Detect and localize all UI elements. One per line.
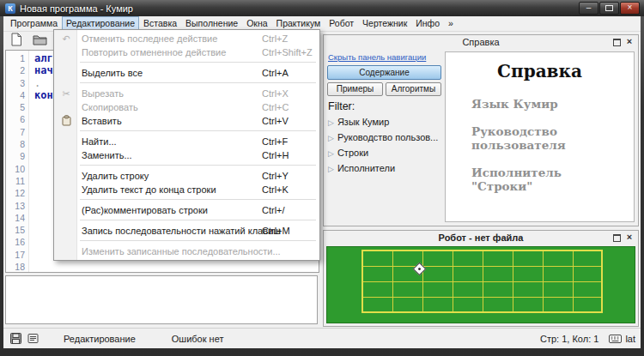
keyboard-icon	[609, 335, 622, 343]
menu-item-delete-line[interactable]: Удалить строку Ctrl+Y	[54, 169, 319, 183]
menu-item-edit-macros: Изменить записанные последовательности..…	[54, 244, 319, 258]
open-file-button[interactable]	[29, 32, 50, 51]
status-cursor-position: Стр: 1, Кол: 1	[540, 334, 598, 344]
menu-item-shortcut: Ctrl+/	[262, 203, 285, 217]
line-number: 11	[6, 175, 25, 187]
close-icon: ×	[628, 3, 633, 12]
help-content-heading: Справка	[446, 61, 634, 81]
help-navigation: Скрыть панель навигации Содержание Приме…	[327, 51, 441, 222]
undock-icon	[613, 234, 621, 242]
line-number: 18	[6, 261, 25, 273]
help-tree: ▷Язык Кумир ▷Руководство пользов... ▷Стр…	[327, 115, 441, 177]
output-console[interactable]	[5, 275, 318, 324]
help-panel-title: Справка	[462, 37, 499, 47]
save-status-button[interactable]	[9, 332, 22, 346]
help-link-ispolnitel-stroki[interactable]: Исполнитель "Строки"	[471, 166, 600, 193]
tree-item-ispolniteli[interactable]: ▷Исполнители	[327, 161, 441, 177]
close-button[interactable]: ×	[620, 2, 640, 15]
menu-item-delete-to-eol[interactable]: Удалить текст до конца строки Ctrl+K	[54, 183, 319, 196]
menu-item-label: Удалить текст до конца строки	[82, 184, 216, 195]
undock-icon	[613, 39, 621, 46]
menu-item-label: Удалить строку	[82, 171, 149, 181]
line-number: 6	[6, 113, 25, 125]
code-line: кон	[34, 89, 53, 101]
menu-item-shortcut: Ctrl+Y	[262, 169, 289, 183]
tree-item-rukovodstvo[interactable]: ▷Руководство пользов...	[327, 130, 441, 146]
help-link-rukovodstvo[interactable]: Руководство пользователя	[471, 124, 600, 152]
code-text[interactable]: алг нач . кон	[34, 52, 53, 101]
line-number: 9	[6, 150, 25, 162]
menu-robot[interactable]: Робот	[325, 16, 358, 31]
line-number: 12	[6, 187, 25, 199]
paste-icon	[58, 114, 74, 128]
line-number: 17	[6, 249, 25, 261]
line-number: 16	[6, 236, 25, 248]
help-panel: Справка × Скрыть панель навигации Содерж…	[323, 34, 639, 226]
algorithms-tab-button[interactable]: Алгоритмы	[386, 82, 441, 96]
tree-expand-icon[interactable]: ▷	[328, 165, 334, 173]
tree-item-label: Язык Кумир	[337, 117, 389, 127]
robot-undock-button[interactable]	[611, 232, 623, 243]
hide-nav-link[interactable]: Скрыть панель навигации	[328, 52, 441, 62]
menu-separator	[80, 199, 316, 201]
line-number: 4	[6, 89, 25, 101]
help-undock-button[interactable]	[611, 36, 623, 47]
undo-icon: ↶	[58, 32, 74, 45]
menu-item-record-macro[interactable]: Запись последовательности нажатий клавиш…	[54, 224, 319, 238]
menu-item-label: Повторить отмененное действие	[82, 47, 226, 57]
tree-item-stroki[interactable]: ▷Строки	[327, 146, 441, 161]
robot-panel-title: Робот - нет файла	[439, 232, 524, 243]
close-icon: ×	[627, 36, 632, 46]
menu-item-shortcut: Ctrl+F	[262, 135, 288, 148]
menu-chertezhnik[interactable]: Чертежник	[358, 16, 411, 31]
macro-record-button[interactable]	[26, 332, 39, 346]
tree-expand-icon[interactable]: ▷	[328, 149, 334, 158]
menu-item-label: Вырезать	[82, 88, 124, 99]
robot-field	[326, 246, 635, 323]
code-line: нач	[34, 64, 53, 76]
menu-separator	[80, 82, 316, 84]
menu-separator	[80, 240, 316, 242]
menu-item-shortcut: Ctrl+Shift+Z	[262, 45, 313, 59]
new-file-button[interactable]	[6, 32, 27, 51]
status-mode-text: Редактирование	[64, 334, 136, 344]
line-number: 7	[6, 126, 25, 138]
menu-info[interactable]: Инфо	[411, 16, 444, 31]
maximize-button[interactable]	[599, 2, 619, 15]
tree-expand-icon[interactable]: ▷	[328, 134, 334, 142]
line-number: 10	[6, 163, 25, 175]
help-link-yazyk-kumir[interactable]: Язык Кумир	[471, 97, 600, 111]
menu-item-find[interactable]: Найти... Ctrl+F	[54, 135, 319, 148]
menu-item-replace[interactable]: Заменить... Ctrl+H	[54, 148, 319, 162]
help-content-pane: Справка Язык Кумир Руководство пользоват…	[445, 51, 635, 222]
contents-tab-button[interactable]: Содержание	[327, 65, 441, 80]
status-errors-text: Ошибок нет	[172, 334, 224, 344]
tree-item-yazyk-kumir[interactable]: ▷Язык Кумир	[327, 115, 441, 130]
line-number: 1	[6, 52, 25, 64]
menu-item-label: Найти...	[82, 136, 117, 147]
line-number: 5	[6, 101, 25, 113]
menu-item-redo: Повторить отмененное действие Ctrl+Shift…	[54, 45, 319, 59]
keyboard-layout-indicator[interactable]: lat	[625, 334, 635, 344]
tree-expand-icon[interactable]: ▷	[328, 118, 334, 127]
menu-item-paste[interactable]: Вставить Ctrl+V	[54, 114, 319, 128]
robot-panel: Робот - нет файла ×	[323, 230, 639, 327]
examples-tab-button[interactable]: Примеры	[327, 82, 383, 96]
menu-item-select-all[interactable]: Выделить все Ctrl+A	[54, 66, 319, 80]
minimize-button[interactable]: –	[579, 2, 598, 15]
menu-item-label: Заменить...	[82, 150, 132, 160]
menu-item-toggle-comment[interactable]: (Рас)комментировать строки Ctrl+/	[54, 203, 319, 217]
menu-overflow-chevron[interactable]: »	[444, 16, 458, 31]
menu-item-label: Запись последовательности нажатий клавиш	[82, 226, 281, 236]
line-number: 14	[6, 212, 25, 224]
help-close-button[interactable]: ×	[623, 36, 635, 47]
window-title: Новая программа - Кумир	[20, 3, 133, 14]
menu-item-shortcut: Ctrl+A	[262, 66, 289, 80]
robot-close-button[interactable]: ×	[623, 232, 635, 243]
menu-separator	[80, 130, 316, 132]
robot-panel-header[interactable]: Робот - нет файла ×	[324, 231, 638, 244]
titlebar[interactable]: К Новая программа - Кумир – ×	[0, 0, 644, 16]
help-panel-header[interactable]: Справка ×	[324, 35, 638, 49]
close-icon: ×	[627, 232, 632, 242]
menu-item-label: Отменить последнее действие	[82, 33, 217, 44]
